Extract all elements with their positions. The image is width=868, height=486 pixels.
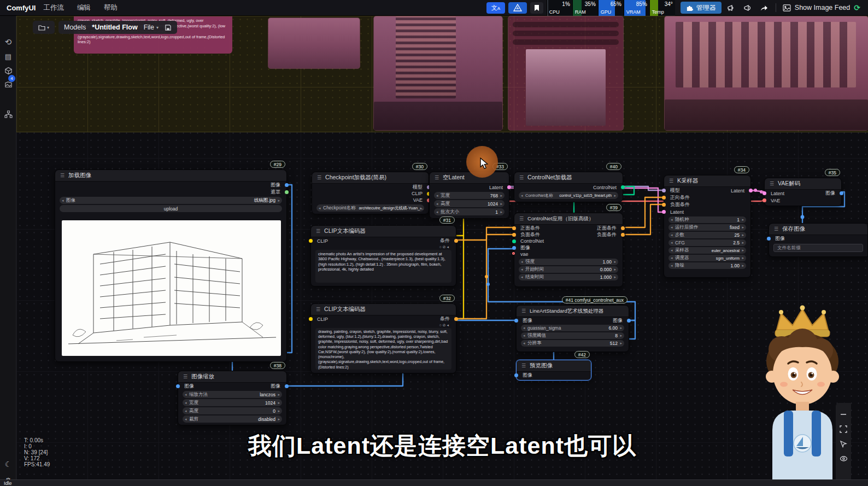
slot-latent-in[interactable] — [662, 210, 666, 214]
node-title[interactable]: ☰ControlNet加载器 — [514, 172, 623, 184]
node-title[interactable]: ☰LineArtStandard艺术线预处理器 — [517, 306, 629, 317]
text-widget-icons[interactable]: ○⊘◂ — [439, 323, 450, 327]
collapse-icon[interactable]: ☰ — [316, 229, 320, 234]
controlnet-name-widget[interactable]: ControlNet名称control_v11p_sd15_lineart.pt… — [519, 192, 618, 199]
file-menu-button[interactable]: File▾ — [144, 24, 159, 31]
collapse-icon[interactable]: ☰ — [519, 216, 524, 221]
announce-button-alt[interactable] — [743, 4, 752, 12]
seed-widget[interactable]: 随机种1 — [668, 216, 746, 223]
collapse-icon[interactable]: ☰ — [521, 363, 526, 368]
share-button[interactable] — [760, 4, 768, 11]
slot-positive-in[interactable] — [512, 226, 516, 230]
scheduler-widget[interactable]: 调度器sgm_uniform — [668, 255, 746, 261]
collapse-icon[interactable]: ☰ — [519, 175, 524, 180]
slot-conditioning-out[interactable] — [454, 317, 458, 321]
node-controlnet-loader[interactable]: #40 ☰ControlNet加载器 ControlNet ControlNet… — [514, 172, 623, 202]
intensity-threshold-widget[interactable]: 强度阈值8 — [521, 332, 624, 339]
height-widget[interactable]: 高度1024 — [434, 200, 505, 207]
collapse-icon[interactable]: ☰ — [435, 175, 439, 180]
save-icon[interactable] — [165, 24, 172, 31]
show-image-feed-button[interactable]: Show Image Feed ⟳ — [783, 3, 860, 12]
width-widget[interactable]: 宽度768 — [434, 192, 505, 199]
prompt-textarea[interactable]: drawing, painting, crayon, sketch, graph… — [315, 328, 451, 370]
slot-image-out[interactable] — [627, 319, 631, 323]
menu-workflow[interactable]: 工作流 — [43, 3, 64, 13]
collapse-icon[interactable]: ☰ — [770, 181, 774, 186]
prompt-textarea[interactable]: cinematic photo An artist's impression o… — [315, 250, 451, 283]
zoom-out-icon[interactable] — [838, 409, 848, 419]
slot-latent-out[interactable] — [749, 189, 753, 192]
crop-widget[interactable]: 裁剪disabled — [183, 415, 282, 423]
node-title[interactable]: ☰ControlNet应用（旧版高级） — [514, 213, 623, 225]
slot-clip-in[interactable] — [309, 239, 313, 243]
node-image-scale[interactable]: #38 ☰图像缩放 图像图像 缩放方法lanczos 宽度1024 高度0 裁剪… — [178, 371, 287, 425]
slot-controlnet-out[interactable] — [621, 185, 625, 189]
node-title[interactable]: ☰CLIP文本编码器 — [311, 304, 456, 315]
node-title[interactable]: ☰VAE解码 — [765, 178, 841, 190]
slot-negative-out[interactable] — [621, 233, 625, 237]
slot-mask-out[interactable] — [285, 190, 289, 194]
sidebar-node-map-button[interactable] — [0, 108, 16, 121]
node-title[interactable]: ☰空Latent — [430, 172, 509, 184]
slot-model-in[interactable] — [662, 189, 666, 192]
logo-button[interactable] — [508, 2, 527, 14]
slot-image-in[interactable] — [514, 319, 518, 323]
slot-negative-in[interactable] — [512, 233, 516, 237]
method-widget[interactable]: 缩放方法lanczos — [183, 391, 282, 398]
node-preview-image[interactable]: #42 ☰预览图像 图像 — [516, 360, 591, 380]
image-select-widget[interactable]: 图像线稿图.jpg — [60, 197, 282, 204]
height-widget[interactable]: 高度0 — [183, 407, 282, 414]
slot-clip-in[interactable] — [309, 317, 313, 321]
slot-latent-in[interactable] — [763, 191, 766, 195]
sidebar-theme-button[interactable]: ☾ — [0, 458, 16, 471]
node-empty-latent[interactable]: #33 ☰空Latent Latent 宽度768 高度1024 批次大小1 — [429, 172, 509, 219]
text-widget-icons[interactable]: ○⊘◂ — [439, 245, 450, 249]
slot-positive-out[interactable] — [621, 226, 625, 230]
node-title[interactable]: ☰K采样器 — [664, 175, 750, 187]
collapse-icon[interactable]: ☰ — [521, 308, 526, 314]
node-title[interactable]: ☰加载图像 — [55, 170, 286, 181]
menu-help[interactable]: 帮助 — [104, 3, 118, 13]
sidebar-history-button[interactable]: ⟲ — [0, 36, 16, 49]
slot-positive-in[interactable] — [662, 196, 666, 200]
app-logo[interactable]: ComfyUI — [7, 4, 36, 12]
start-percent-widget[interactable]: 开始时间0.000 — [519, 266, 618, 273]
collapse-icon[interactable]: ☰ — [183, 374, 187, 379]
slot-image-in[interactable] — [176, 384, 180, 388]
sidebar-logs-button[interactable]: ▤ — [0, 50, 16, 63]
fit-view-icon[interactable] — [838, 424, 848, 434]
manager-button[interactable]: 管理器 — [681, 2, 722, 14]
select-cursor-icon[interactable] — [838, 439, 848, 449]
denoise-widget[interactable]: 降噪1.00 — [668, 262, 746, 269]
slot-image-in[interactable] — [767, 237, 771, 241]
slot-vae-in[interactable] — [763, 198, 766, 202]
slot-image-out[interactable] — [285, 384, 289, 388]
bookmark-button[interactable] — [530, 2, 543, 14]
node-title[interactable]: ☰CLIP文本编码器 — [311, 226, 456, 237]
node-vae-decode[interactable]: #35 ☰VAE解码 Latent图像 VAE — [764, 178, 842, 206]
gaussian-sigma-widget[interactable]: guassian_sigma6.00 — [521, 325, 624, 331]
steps-widget[interactable]: 步数25 — [668, 232, 746, 238]
open-workflow-button[interactable]: ▾ — [33, 21, 55, 34]
slot-conditioning-out[interactable] — [454, 239, 458, 243]
filename-prefix-input[interactable]: 文件名前缀 — [773, 244, 863, 252]
control-after-generate-widget[interactable]: 运行后操作fixed — [668, 224, 746, 231]
slot-image-in[interactable] — [512, 246, 516, 250]
slot-image-out[interactable] — [840, 191, 843, 195]
sampler-widget[interactable]: 采样器euler_ancestral — [668, 247, 746, 254]
slot-negative-in[interactable] — [662, 203, 666, 207]
node-load-image[interactable]: #29 ☰加载图像 图像 遮罩 图像线稿图.jpg upload — [55, 169, 287, 362]
collapse-icon[interactable]: ☰ — [317, 175, 321, 180]
node-title[interactable]: ☰保存图像 — [769, 224, 867, 235]
workflow-title[interactable]: *Untitled Flow — [92, 24, 137, 31]
node-checkpoint-loader[interactable]: #30 ☰Checkpoint加载器(简易) 模型 CLIP VAE Check… — [312, 172, 429, 214]
node-lineart-preprocessor[interactable]: #41 comfyui_controlnet_aux ☰LineArtStand… — [516, 305, 629, 352]
slot-controlnet-in[interactable] — [512, 239, 516, 243]
models-label[interactable]: Models — [64, 24, 86, 31]
end-percent-widget[interactable]: 结束时间1.000 — [519, 274, 618, 280]
batch-size-widget[interactable]: 批次大小1 — [434, 208, 505, 215]
menu-edit[interactable]: 编辑 — [77, 3, 91, 13]
node-ksampler[interactable]: #34 ☰K采样器 模型Latent 正向条件 负面条件 Latent 随机种1… — [664, 175, 751, 278]
checkpoint-name-widget[interactable]: Checkpoint名称architecutre_design元线稿-Yuan_… — [316, 204, 424, 212]
slot-image-out[interactable] — [285, 183, 289, 187]
